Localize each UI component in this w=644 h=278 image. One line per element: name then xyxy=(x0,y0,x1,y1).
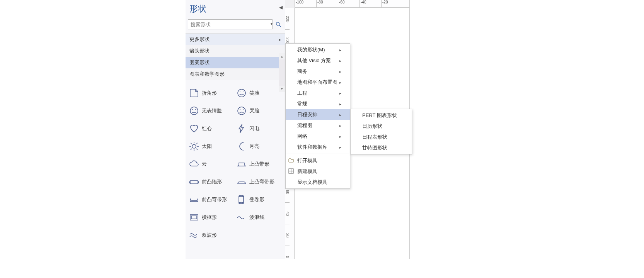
ribbon-up-icon xyxy=(236,159,247,170)
frame-icon xyxy=(189,212,199,223)
scroll-up-button[interactable]: ▴ xyxy=(279,53,285,59)
menu-item[interactable]: 打开模具 xyxy=(286,155,350,166)
ribbon-curve-up-icon xyxy=(236,176,247,187)
menu-item[interactable]: 地图和平面布置图▸ xyxy=(286,77,350,88)
menu-item[interactable]: 网络▸ xyxy=(286,131,350,142)
frown-icon xyxy=(236,105,247,116)
menu-item[interactable]: 常规▸ xyxy=(286,98,350,109)
ruler-tick: -100 xyxy=(295,0,316,7)
double-wave-icon xyxy=(189,230,199,241)
chevron-right-icon: ▸ xyxy=(339,80,341,85)
schedule-submenu: PERT 图表形状日历形状日程表形状甘特图形状 xyxy=(350,109,412,154)
search-shapes-input[interactable] xyxy=(188,19,273,29)
cloud-icon xyxy=(189,159,199,170)
svg-point-0 xyxy=(276,22,279,25)
menu-item-label: 打开模具 xyxy=(297,157,317,164)
shape-item[interactable]: 月亮 xyxy=(236,141,282,152)
menu-item[interactable]: 商务▸ xyxy=(286,66,350,77)
menu-item[interactable]: 日程安排▸ xyxy=(286,109,350,120)
category-arrow-shapes[interactable]: 箭头形状 xyxy=(186,45,285,57)
scroll-down-button[interactable]: ▾ xyxy=(279,86,285,92)
menu-item-label: 甘特图形状 xyxy=(362,144,387,151)
shape-grid: 折角形笑脸无表情脸哭脸红心闪电太阳月亮云上凸带形前凸陷形上凸弯带形前凸弯带形登卷… xyxy=(186,80,285,244)
menu-item[interactable]: 新建模具 xyxy=(286,166,350,177)
shape-item[interactable]: 哭脸 xyxy=(236,105,282,116)
shape-item[interactable]: 云 xyxy=(189,159,235,170)
menu-item[interactable]: 我的形状(M)▸ xyxy=(286,44,350,55)
shape-item[interactable]: 横框形 xyxy=(189,212,235,223)
menu-item-label: 软件和数据库 xyxy=(297,144,327,151)
menu-item-label: 显示文档模具 xyxy=(297,179,327,186)
shape-item[interactable]: 闪电 xyxy=(236,123,282,134)
menu-item[interactable]: 流程图▸ xyxy=(286,120,350,131)
svg-point-9 xyxy=(238,107,245,115)
svg-line-20 xyxy=(196,143,198,144)
search-button[interactable] xyxy=(274,20,283,29)
shape-item[interactable]: 前凸弯带形 xyxy=(189,194,235,205)
collapse-panel-button[interactable]: ◀ xyxy=(279,5,283,10)
shape-label: 横框形 xyxy=(202,214,217,221)
heart-icon xyxy=(189,123,199,134)
svg-point-3 xyxy=(240,92,240,92)
shape-item[interactable]: 双波形 xyxy=(189,230,235,241)
category-pattern-shapes[interactable]: 图案形状 xyxy=(186,57,285,68)
menu-item[interactable]: 其他 Visio 方案▸ xyxy=(286,55,350,66)
ruler-tick: 0 xyxy=(285,246,290,267)
smile-icon xyxy=(236,88,247,98)
search-dropdown-icon[interactable]: ▾ xyxy=(271,22,273,26)
shape-item[interactable]: 登卷形 xyxy=(236,194,282,205)
svg-line-18 xyxy=(196,149,198,150)
shape-item[interactable]: 波浪线 xyxy=(236,212,282,223)
menu-separator xyxy=(286,154,349,154)
shape-item[interactable]: 无表情脸 xyxy=(189,105,235,116)
menu-item[interactable]: 甘特图形状 xyxy=(351,142,412,153)
ruler-tick: 40 xyxy=(285,202,290,224)
menu-item-label: 流程图 xyxy=(297,122,312,129)
shape-item[interactable]: 红心 xyxy=(189,123,235,134)
menu-item-label: 日程安排 xyxy=(297,111,317,118)
shape-label: 折角形 xyxy=(202,90,217,97)
shape-label: 上凸带形 xyxy=(249,161,269,168)
category-more-shapes[interactable]: 更多形状 ▸ xyxy=(186,34,285,45)
svg-point-10 xyxy=(240,109,240,110)
shape-label: 双波形 xyxy=(202,232,217,239)
shape-item[interactable]: 折角形 xyxy=(189,88,235,98)
chevron-right-icon: ▸ xyxy=(279,37,281,42)
shape-item[interactable]: 前凸陷形 xyxy=(189,176,235,187)
menu-item[interactable]: PERT 图表形状 xyxy=(351,110,412,121)
shape-label: 前凸陷形 xyxy=(202,178,222,185)
shape-label: 太阳 xyxy=(202,143,212,150)
menu-item[interactable]: 软件和数据库▸ xyxy=(286,142,350,153)
search-icon xyxy=(275,21,281,27)
svg-point-6 xyxy=(192,109,193,110)
menu-item-label: 日程表形状 xyxy=(362,134,387,141)
svg-line-1 xyxy=(279,25,281,27)
category-scrollbar[interactable]: ▴ ▾ xyxy=(279,53,285,92)
shape-item[interactable]: 太阳 xyxy=(189,141,235,152)
shapes-panel: 形状 ◀ ▾ 更多形状 ▸ 箭头形状 图案形状 图表和数学图形 xyxy=(186,0,285,259)
shape-label: 登卷形 xyxy=(249,196,264,203)
svg-rect-24 xyxy=(191,216,197,219)
ruler-tick: -60 xyxy=(338,0,359,7)
horizontal-ruler: -100-80-60-40-20 xyxy=(295,0,409,8)
neutral-icon xyxy=(189,105,199,116)
menu-item[interactable]: 显示文档模具 xyxy=(286,177,350,188)
shape-item[interactable]: 笑脸 xyxy=(236,88,282,98)
chevron-right-icon: ▸ xyxy=(339,102,341,106)
shape-item[interactable]: 上凸弯带形 xyxy=(236,176,282,187)
category-label: 图案形状 xyxy=(189,59,210,66)
shape-item[interactable]: 上凸带形 xyxy=(236,159,282,170)
menu-item[interactable]: 日程表形状 xyxy=(351,132,412,142)
menu-item-label: 工程 xyxy=(297,90,307,97)
shape-label: 哭脸 xyxy=(249,107,259,114)
chevron-right-icon: ▸ xyxy=(339,124,341,128)
chevron-right-icon: ▸ xyxy=(339,59,341,63)
moon-icon xyxy=(236,141,247,152)
bolt-icon xyxy=(236,123,247,134)
category-charts-math[interactable]: 图表和数学图形 xyxy=(186,68,285,80)
ribbon-front-icon xyxy=(189,176,199,187)
new-stencil-icon xyxy=(288,168,294,174)
menu-item[interactable]: 工程▸ xyxy=(286,88,350,98)
menu-item[interactable]: 日历形状 xyxy=(351,121,412,132)
svg-line-17 xyxy=(191,143,192,144)
